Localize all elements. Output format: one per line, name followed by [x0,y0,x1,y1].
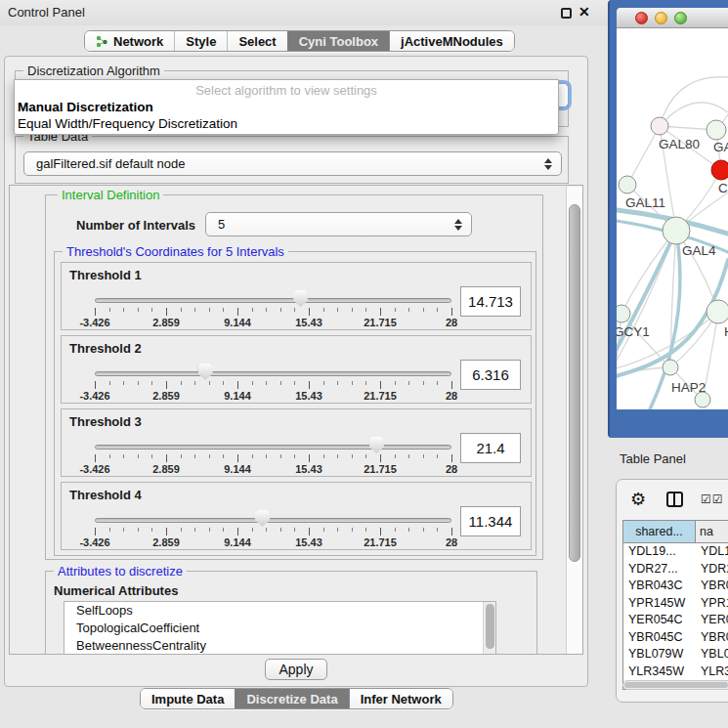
float-window-icon[interactable] [561,8,572,19]
tab-infer-network[interactable]: Infer Network [349,689,452,708]
tab-select[interactable]: Select [227,31,286,51]
table-data-combobox[interactable]: galFiltered.sif default node [23,151,562,176]
tick-mark [365,528,366,532]
table-row[interactable]: YBR045CYBR0 [623,629,728,647]
node-label: C [718,181,728,195]
scrollbar-thumb[interactable] [624,682,728,688]
table-row[interactable]: YDR27...YDR2 [623,561,728,578]
table-cell: YLR345W [623,664,696,681]
apply-button[interactable]: Apply [265,659,327,680]
slider-thumb[interactable] [369,437,384,453]
tick-label: 9.144 [224,390,251,402]
network-node[interactable] [663,217,690,244]
table-row[interactable]: YLR345WYLR3 [623,664,728,681]
threshold-4-value-field[interactable] [460,506,521,536]
slider-thumb[interactable] [293,290,308,307]
zoom-traffic-light[interactable] [674,12,687,24]
table-row[interactable]: YER054CYER0 [623,612,728,629]
tab-label: Select [238,34,276,49]
gear-icon[interactable]: ⚙ [630,489,646,510]
threshold-3-slider[interactable] [95,435,451,454]
network-canvas[interactable]: GAL80GACGAL11GAL4GCY1HHAP2 [617,28,728,409]
table-cell: YDR27... [623,561,696,578]
tick-label: 21.715 [364,463,397,475]
network-node[interactable] [707,300,728,323]
scrollbar-thumb[interactable] [486,604,494,649]
close-traffic-light[interactable] [635,12,648,24]
table-row[interactable]: YPR145WYPR1 [623,595,728,613]
columns-icon[interactable] [666,492,683,507]
network-window-titlebar[interactable] [617,8,728,28]
checkbox-icon: ☑ [712,492,724,506]
tick-mark [194,454,195,458]
numerical-attributes-list[interactable]: SelfLoopsTopologicalCoefficientBetweenne… [64,601,496,655]
threshold-1-slider[interactable] [95,288,451,308]
slider-thumb[interactable] [255,510,270,527]
table-row[interactable]: YDL19...YDL1 [623,543,728,561]
popup-option-manual-discretization[interactable]: Manual Discretization [18,100,153,114]
node-label: GAL11 [625,195,665,210]
tick-mark [194,381,195,385]
slider-track[interactable] [95,518,451,523]
threshold-3-panel: Threshold 3 -3.4262.8599.14415.4321.7152… [61,408,532,477]
screen: Control Panel ✕ Network Style Select Cyn… [0,0,728,728]
tab-impute-data[interactable]: Impute Data [141,689,235,708]
tick-mark [451,308,452,316]
network-node[interactable] [651,117,668,135]
list-scrollbar[interactable] [483,602,495,655]
minimize-traffic-light[interactable] [655,12,667,24]
table-row[interactable]: YBL079WYBL0 [623,646,728,664]
tick-mark [380,528,381,535]
tick-mark [323,454,324,458]
tick-mark [395,381,396,385]
settings-scrollbar[interactable] [566,187,582,654]
threshold-3-value-field[interactable] [460,433,521,463]
select-columns-icons[interactable]: ☑☑ [701,492,724,506]
table-hscrollbar[interactable] [622,680,728,690]
network-node[interactable] [663,360,678,375]
tick-mark [223,308,224,312]
tick-mark [138,308,139,312]
scrollbar-thumb[interactable] [569,204,580,562]
number-of-intervals-combobox[interactable]: 5 [205,212,472,236]
popup-prompt[interactable]: Select algorithm to view settings [15,83,558,98]
table-row[interactable]: YBR043CYBR0 [623,578,728,595]
threshold-4-slider[interactable] [95,508,451,528]
threshold-1-value-field[interactable] [460,286,521,317]
tab-jactivemnodules[interactable]: jActiveMNodules [389,31,514,51]
threshold-2-slider[interactable] [95,362,451,381]
column-header-shared-name[interactable]: shared... [623,521,696,542]
threshold-2-value-field[interactable] [460,360,521,390]
attribute-list-item[interactable]: SelfLoops [64,602,495,620]
tab-discretize-data[interactable]: Discretize Data [235,689,348,708]
slider-track[interactable] [95,298,451,303]
table-cell: YDL19... [623,543,696,561]
network-node[interactable] [707,120,726,140]
tick-mark [138,528,139,532]
network-node[interactable] [711,160,728,180]
slider-track[interactable] [95,445,451,450]
tick-mark [395,528,396,532]
popup-option-equal-width-frequency[interactable]: Equal Width/Frequency Discretization [18,116,237,131]
tab-label: jActiveMNodules [401,34,503,49]
slider-track[interactable] [95,371,451,376]
tab-label: Infer Network [361,692,442,707]
table-data-group: Table Data galFiltered.sif default node [15,136,569,184]
tab-style[interactable]: Style [174,31,227,51]
tab-cyni-toolbox[interactable]: Cyni Toolbox [287,31,389,51]
network-node[interactable] [617,305,630,322]
slider-thumb[interactable] [198,364,213,380]
column-header-name[interactable]: na [696,521,728,542]
tick-mark [352,308,353,312]
table-cell: YBR0 [696,629,728,647]
tab-network[interactable]: Network [85,31,174,51]
attribute-list-item[interactable]: BetweennessCentrality [64,637,495,655]
network-node[interactable] [619,176,636,193]
attribute-list-item[interactable]: TopologicalCoefficient [64,620,495,637]
tick-mark [151,454,152,458]
tick-mark [408,528,409,532]
close-icon[interactable]: ✕ [578,4,590,20]
network-window[interactable]: GAL80GACGAL11GAL4GCY1HHAP2 [608,0,728,438]
tick-mark [309,308,310,316]
network-node[interactable] [695,392,710,407]
